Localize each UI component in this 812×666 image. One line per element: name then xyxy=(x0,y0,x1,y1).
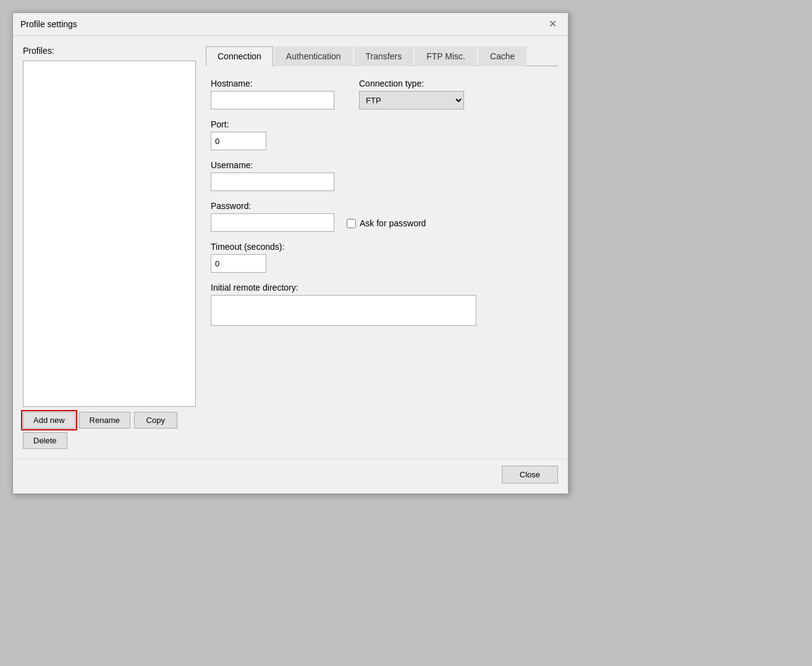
tab-connection[interactable]: Connection xyxy=(206,46,273,66)
dialog-body: Profiles: Add new Rename Copy Delete Con… xyxy=(13,36,568,459)
connection-form: Hostname: Connection type: FTP SFTP FTPS… xyxy=(206,76,558,328)
ask-for-password-checkbox[interactable] xyxy=(347,219,356,228)
dialog-title: Profile settings xyxy=(20,19,77,29)
hostname-label: Hostname: xyxy=(211,79,334,88)
initial-directory-input[interactable] xyxy=(211,295,476,326)
password-input[interactable] xyxy=(211,213,334,232)
tab-ftp-misc[interactable]: FTP Misc. xyxy=(415,46,477,66)
password-label: Password: xyxy=(211,201,334,211)
rename-button[interactable]: Rename xyxy=(79,412,130,429)
port-field: Port: xyxy=(211,119,553,150)
initial-directory-label: Initial remote directory: xyxy=(211,283,553,292)
port-input[interactable] xyxy=(211,132,266,150)
tabs-bar: Connection Authentication Transfers FTP … xyxy=(206,46,558,66)
add-new-button[interactable]: Add new xyxy=(23,412,75,429)
ask-for-password-label: Ask for password xyxy=(360,218,426,228)
dialog-footer: Close xyxy=(13,459,568,493)
hostname-input[interactable] xyxy=(211,91,334,109)
hostname-row: Hostname: Connection type: FTP SFTP FTPS… xyxy=(211,79,553,109)
profiles-buttons: Add new Rename Copy Delete xyxy=(23,412,196,449)
password-row: Password: Ask for password xyxy=(211,201,553,232)
password-field: Password: xyxy=(211,201,334,232)
connection-type-select[interactable]: FTP SFTP FTPS HTTP HTTPS xyxy=(359,91,464,109)
hostname-field: Hostname: xyxy=(211,79,334,109)
timeout-input[interactable] xyxy=(211,254,266,273)
initial-directory-field: Initial remote directory: xyxy=(211,283,553,326)
close-button[interactable]: Close xyxy=(502,466,558,484)
title-bar: Profile settings ✕ xyxy=(13,13,568,36)
profile-settings-dialog: Profile settings ✕ Profiles: Add new Ren… xyxy=(12,12,569,494)
tab-cache[interactable]: Cache xyxy=(478,46,527,66)
connection-type-field: Connection type: FTP SFTP FTPS HTTP HTTP… xyxy=(359,79,464,109)
tab-transfers[interactable]: Transfers xyxy=(354,46,414,66)
copy-button[interactable]: Copy xyxy=(134,412,177,429)
right-panel: Connection Authentication Transfers FTP … xyxy=(206,46,558,449)
title-close-button[interactable]: ✕ xyxy=(545,18,560,30)
timeout-label: Timeout (seconds): xyxy=(211,242,553,252)
connection-type-label: Connection type: xyxy=(359,79,464,88)
username-field: Username: xyxy=(211,160,553,191)
username-input[interactable] xyxy=(211,173,334,191)
port-label: Port: xyxy=(211,119,553,129)
tab-authentication[interactable]: Authentication xyxy=(274,46,353,66)
username-label: Username: xyxy=(211,160,553,170)
profiles-list[interactable] xyxy=(23,61,196,407)
left-panel: Profiles: Add new Rename Copy Delete xyxy=(23,46,196,449)
profiles-label: Profiles: xyxy=(23,46,196,56)
ask-for-password-row: Ask for password xyxy=(347,218,426,228)
delete-button[interactable]: Delete xyxy=(23,432,67,449)
timeout-field: Timeout (seconds): xyxy=(211,242,553,273)
